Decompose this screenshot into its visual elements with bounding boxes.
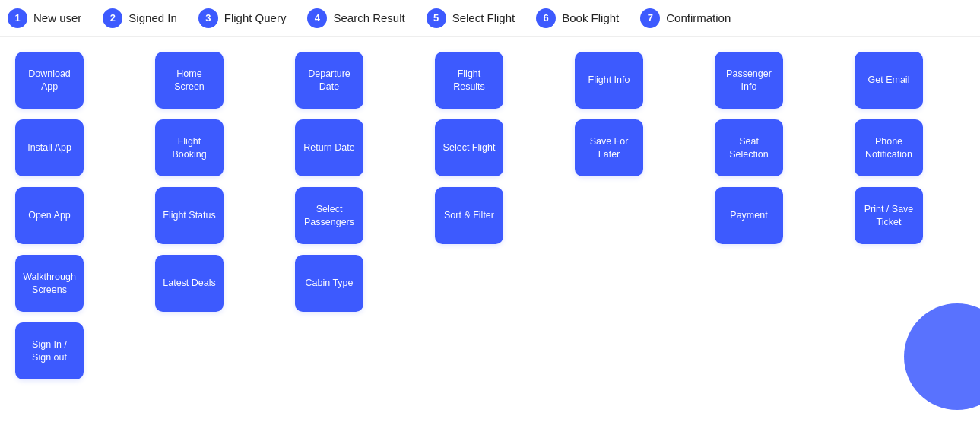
card-select-flight[interactable]: Select Flight: [435, 119, 503, 176]
card-install-app[interactable]: Install App: [15, 119, 84, 176]
step-label: Select Flight: [452, 11, 515, 24]
step-number: 1: [8, 8, 27, 28]
main-content: Download AppInstall AppOpen AppWalkthrou…: [0, 37, 980, 395]
card-cabin-type[interactable]: Cabin Type: [295, 255, 363, 312]
step-label: Search Result: [333, 11, 404, 24]
card-departure-date[interactable]: Departure Date: [295, 52, 363, 109]
column-signed-in: Home ScreenFlight BookingFlight StatusLa…: [147, 52, 287, 379]
step-label: Signed In: [128, 11, 176, 24]
steps-bar: 1New user2Signed In3Flight Query4Search …: [0, 0, 980, 37]
step-confirmation[interactable]: 7Confirmation: [640, 8, 731, 28]
step-number: 5: [427, 8, 446, 28]
step-number: 4: [307, 8, 327, 28]
step-number: 2: [103, 8, 122, 28]
card-print-save-ticket[interactable]: Print / Save Ticket: [855, 187, 923, 244]
card-sign-in-sign-out[interactable]: Sign In / Sign out: [15, 322, 84, 379]
card-passenger-info[interactable]: Passenger Info: [715, 52, 783, 109]
column-book-flight: Passenger InfoSeat SelectionPayment: [707, 52, 847, 379]
card-sort-&-filter[interactable]: Sort & Filter: [435, 187, 503, 244]
column-search-result: Flight ResultsSelect FlightSort & Filter: [427, 52, 567, 379]
step-signed-in[interactable]: 2Signed In: [103, 8, 176, 28]
step-label: Book Flight: [562, 11, 619, 24]
step-label: Confirmation: [666, 11, 731, 24]
card-latest-deals[interactable]: Latest Deals: [155, 255, 224, 312]
step-label: New user: [33, 11, 81, 24]
card-flight-status[interactable]: Flight Status: [155, 187, 224, 244]
card-payment[interactable]: Payment: [715, 187, 783, 244]
column-select-flight: Flight InfoSave For Later: [567, 52, 707, 379]
step-number: 3: [198, 8, 218, 28]
step-flight-query[interactable]: 3Flight Query: [198, 8, 287, 28]
card-save-for-later[interactable]: Save For Later: [575, 119, 643, 176]
card-walkthrough-screens[interactable]: Walkthrough Screens: [15, 255, 84, 312]
card-select-passengers[interactable]: Select Passengers: [295, 187, 363, 244]
card-flight-booking[interactable]: Flight Booking: [155, 119, 224, 176]
step-search-result[interactable]: 4Search Result: [307, 8, 404, 28]
card-flight-info[interactable]: Flight Info: [575, 52, 643, 109]
card-seat-selection[interactable]: Seat Selection: [715, 119, 783, 176]
step-number: 6: [536, 8, 556, 28]
card-return-date[interactable]: Return Date: [295, 119, 363, 176]
card-flight-results[interactable]: Flight Results: [435, 52, 503, 109]
column-new-user: Download AppInstall AppOpen AppWalkthrou…: [8, 52, 147, 379]
step-number: 7: [640, 8, 660, 28]
column-flight-query: Departure DateReturn DateSelect Passenge…: [287, 52, 427, 379]
step-new-user[interactable]: 1New user: [8, 8, 81, 28]
card-get-email[interactable]: Get Email: [855, 52, 923, 109]
step-label: Flight Query: [224, 11, 287, 24]
card-download-app[interactable]: Download App: [15, 52, 84, 109]
card-open-app[interactable]: Open App: [15, 187, 84, 244]
card-home-screen[interactable]: Home Screen: [155, 52, 224, 109]
step-book-flight[interactable]: 6Book Flight: [536, 8, 619, 28]
card-phone-notification[interactable]: Phone Notification: [855, 119, 923, 176]
step-select-flight[interactable]: 5Select Flight: [427, 8, 515, 28]
